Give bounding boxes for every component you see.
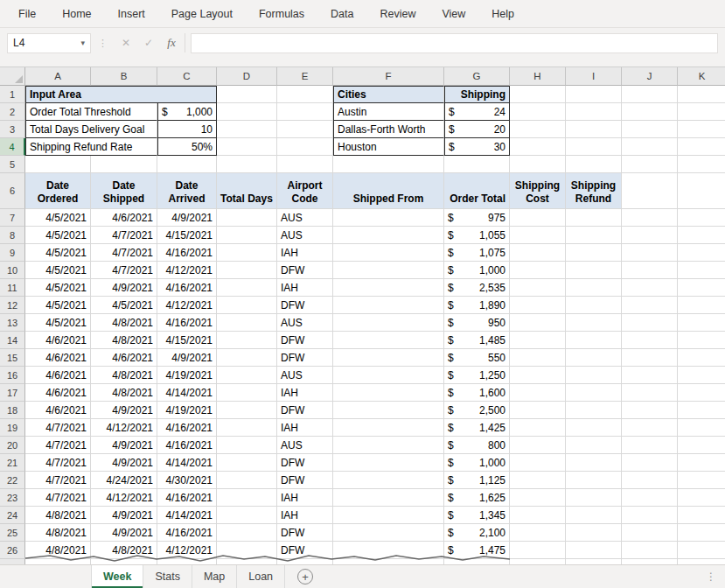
cell-H25[interactable] [510, 524, 566, 542]
ribbon-tab-help[interactable]: Help [478, 0, 527, 27]
cell-D11[interactable] [217, 279, 277, 297]
cell-H19[interactable] [510, 419, 566, 437]
cell-E12[interactable]: DFW [277, 297, 333, 314]
sheet-tab-week[interactable]: Week [91, 565, 143, 588]
cell-J5[interactable] [622, 156, 678, 173]
cell-K5[interactable] [678, 156, 725, 173]
cell-B6[interactable]: DateShipped [91, 173, 157, 209]
cell-A1[interactable]: Input Area [25, 86, 217, 103]
cell-J7[interactable] [622, 209, 678, 227]
cell-A6[interactable]: DateOrdered [25, 173, 91, 209]
cell-K14[interactable] [678, 332, 725, 349]
row-header-1[interactable]: 1 [0, 86, 25, 103]
cell-E13[interactable]: AUS [277, 314, 333, 332]
row-header-20[interactable]: 20 [0, 437, 25, 454]
cell-C16[interactable]: 4/19/2021 [157, 367, 217, 384]
cell-C2[interactable]: $1,000 [157, 103, 217, 121]
row-header-24[interactable]: 24 [0, 507, 25, 524]
ribbon-tab-review[interactable]: Review [366, 0, 429, 27]
cell-E22[interactable]: DFW [277, 472, 333, 489]
cell-E24[interactable]: IAH [277, 507, 333, 524]
cell-G14[interactable]: $1,485 [444, 332, 510, 349]
cell-A26[interactable]: 4/8/2021 [25, 542, 91, 559]
cell-B20[interactable]: 4/9/2021 [91, 437, 157, 454]
cell-D22[interactable] [217, 472, 277, 489]
cell-E9[interactable]: IAH [277, 244, 333, 262]
cell-I8[interactable] [566, 227, 622, 244]
cell-G6[interactable]: Order Total [444, 173, 510, 209]
cell-K21[interactable] [678, 454, 725, 472]
cell-D3[interactable] [217, 121, 277, 138]
cell-F1[interactable]: Cities [333, 86, 444, 103]
cell-H3[interactable] [510, 121, 566, 138]
cell-E21[interactable]: DFW [277, 454, 333, 472]
cell-I14[interactable] [566, 332, 622, 349]
cell-K24[interactable] [678, 507, 725, 524]
row-header-17[interactable]: 17 [0, 384, 25, 402]
cell-A24[interactable]: 4/8/2021 [25, 507, 91, 524]
row-header-5[interactable]: 5 [0, 156, 25, 173]
cell-B14[interactable]: 4/8/2021 [91, 332, 157, 349]
cell-B12[interactable]: 4/5/2021 [91, 297, 157, 314]
cell-D4[interactable] [217, 138, 277, 156]
cell-D7[interactable] [217, 209, 277, 227]
cell-F9[interactable] [333, 244, 444, 262]
cell-A13[interactable]: 4/5/2021 [25, 314, 91, 332]
cell-K6[interactable] [678, 173, 725, 209]
cell-A17[interactable]: 4/6/2021 [25, 384, 91, 402]
cell-D13[interactable] [217, 314, 277, 332]
column-header-D[interactable]: D [217, 67, 277, 86]
cell-E2[interactable] [277, 103, 333, 121]
row-header-11[interactable]: 11 [0, 279, 25, 297]
column-header-B[interactable]: B [91, 67, 157, 86]
cell-J20[interactable] [622, 437, 678, 454]
cell-D26[interactable] [217, 542, 277, 559]
cell-I17[interactable] [566, 384, 622, 402]
cell-F6[interactable]: Shipped From [333, 173, 444, 209]
cell-H7[interactable] [510, 209, 566, 227]
cell-K22[interactable] [678, 472, 725, 489]
cell-D8[interactable] [217, 227, 277, 244]
cell-F23[interactable] [333, 489, 444, 507]
enter-icon[interactable]: ✓ [137, 37, 160, 49]
cell-B19[interactable]: 4/12/2021 [91, 419, 157, 437]
cell-F13[interactable] [333, 314, 444, 332]
ribbon-tab-insert[interactable]: Insert [105, 0, 158, 27]
cell-K8[interactable] [678, 227, 725, 244]
cell-G15[interactable]: $550 [444, 349, 510, 367]
cell-E16[interactable]: AUS [277, 367, 333, 384]
cell-A9[interactable]: 4/5/2021 [25, 244, 91, 262]
cell-C21[interactable]: 4/14/2021 [157, 454, 217, 472]
cell-F8[interactable] [333, 227, 444, 244]
cell-H16[interactable] [510, 367, 566, 384]
row-header-25[interactable]: 25 [0, 524, 25, 542]
row-header-16[interactable]: 16 [0, 367, 25, 384]
cell-D18[interactable] [217, 402, 277, 419]
cell-J1[interactable] [622, 86, 678, 103]
cell-A25[interactable]: 4/8/2021 [25, 524, 91, 542]
cell-G4[interactable]: $30 [444, 138, 510, 156]
cell-K16[interactable] [678, 367, 725, 384]
cell-F4[interactable]: Houston [333, 138, 444, 156]
cell-E6[interactable]: AirportCode [277, 173, 333, 209]
cell-J25[interactable] [622, 524, 678, 542]
ribbon-tab-data[interactable]: Data [317, 0, 366, 27]
cell-I10[interactable] [566, 262, 622, 279]
cell-F15[interactable] [333, 349, 444, 367]
cell-C9[interactable]: 4/16/2021 [157, 244, 217, 262]
column-header-G[interactable]: G [444, 67, 510, 86]
cell-J6[interactable] [622, 173, 678, 209]
cell-A7[interactable]: 4/5/2021 [25, 209, 91, 227]
cell-D24[interactable] [217, 507, 277, 524]
cell-K17[interactable] [678, 384, 725, 402]
cell-B26[interactable]: 4/8/2021 [91, 542, 157, 559]
cell-E1[interactable] [277, 86, 333, 103]
cell-I20[interactable] [566, 437, 622, 454]
cancel-icon[interactable]: ✕ [115, 37, 137, 49]
cell-C10[interactable]: 4/12/2021 [157, 262, 217, 279]
cell-F14[interactable] [333, 332, 444, 349]
cell-C14[interactable]: 4/15/2021 [157, 332, 217, 349]
cell-A19[interactable]: 4/7/2021 [25, 419, 91, 437]
cell-F20[interactable] [333, 437, 444, 454]
cell-A15[interactable]: 4/6/2021 [25, 349, 91, 367]
